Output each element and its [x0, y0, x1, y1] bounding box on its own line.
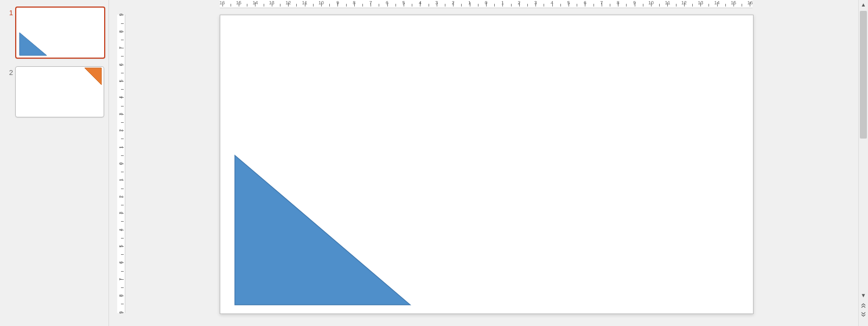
- double-down-arrow-icon: [861, 312, 866, 317]
- thumbnail-2-preview: [16, 67, 103, 116]
- previous-slide-button[interactable]: [859, 302, 868, 310]
- next-slide-button[interactable]: [859, 310, 868, 318]
- slide-content-svg: [220, 15, 753, 314]
- scroll-up-arrow-icon[interactable]: ▲: [859, 0, 868, 9]
- vertical-scrollbar: ▲ ▼: [858, 0, 868, 326]
- slide-thumbnail-1[interactable]: [15, 7, 105, 59]
- slide-canvas[interactable]: [220, 15, 754, 314]
- slide-number-2: 2: [0, 68, 13, 77]
- right-triangle-shape[interactable]: [235, 155, 410, 305]
- thumbnail-1-preview: [16, 8, 103, 57]
- vertical-ruler: 9876543210123456789: [117, 15, 125, 313]
- scroll-down-arrow-icon[interactable]: ▼: [859, 291, 868, 300]
- slide-number-1: 1: [0, 9, 13, 17]
- svg-marker-1: [85, 68, 101, 85]
- slide-thumbnail-2[interactable]: [15, 66, 104, 117]
- slide-edit-area[interactable]: [128, 9, 859, 326]
- double-up-arrow-icon: [861, 303, 866, 308]
- slide-thumbnail-panel: 1 2: [0, 0, 109, 326]
- horizontal-ruler: 1615141312111098765432101234567891011121…: [220, 0, 752, 8]
- svg-marker-0: [20, 33, 47, 55]
- scrollbar-thumb[interactable]: [860, 11, 867, 139]
